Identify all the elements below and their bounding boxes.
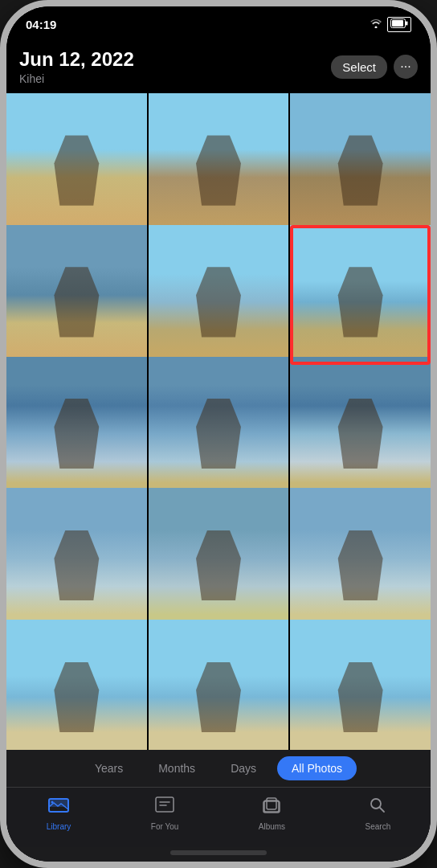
photo-cell-7[interactable] (6, 357, 147, 497)
photos-header: Jun 12, 2022 Kihei Select ··· (6, 42, 431, 93)
tab-library[interactable]: Library (47, 796, 71, 831)
wifi-icon (370, 18, 382, 31)
svg-point-10 (371, 799, 381, 809)
bottom-nav-area: Years Months Days All Photos (6, 750, 431, 862)
status-icons (370, 17, 411, 32)
tab-bar: Library For You (6, 787, 431, 847)
photo-cell-13[interactable] (6, 620, 147, 750)
date-title: Jun 12, 2022 (19, 48, 134, 71)
search-icon (367, 796, 388, 820)
status-time: 04:19 (26, 18, 56, 31)
filter-tab-bar: Years Months Days All Photos (6, 750, 431, 787)
photo-cell-11[interactable] (149, 488, 289, 628)
photo-cell-9[interactable] (290, 357, 431, 497)
svg-rect-1 (392, 20, 403, 27)
for-you-label: For You (151, 822, 178, 831)
filter-days[interactable]: Days (216, 756, 271, 780)
photo-cell-8[interactable] (149, 357, 289, 497)
photo-cell-5[interactable] (149, 225, 289, 366)
notch (170, 6, 267, 29)
tab-albums[interactable]: Albums (259, 796, 285, 831)
photo-cell-15[interactable] (290, 620, 431, 750)
header-date-location: Jun 12, 2022 Kihei (19, 48, 134, 85)
status-bar: 04:19 (6, 6, 431, 42)
photo-cell-12[interactable] (290, 488, 431, 628)
header-buttons: Select ··· (331, 55, 418, 79)
photo-cell-2[interactable] (149, 93, 289, 234)
tab-search[interactable]: Search (366, 796, 391, 831)
photo-cell-1[interactable] (6, 93, 147, 234)
location-title: Kihei (19, 72, 134, 85)
library-label: Library (47, 822, 71, 831)
search-label: Search (366, 822, 391, 831)
header-top: Jun 12, 2022 Kihei Select ··· (19, 48, 418, 85)
more-button[interactable]: ··· (394, 55, 418, 79)
battery-icon (387, 17, 411, 32)
phone-frame: 04:19 (0, 0, 437, 868)
red-highlight-border (290, 225, 431, 366)
phone-screen: 04:19 (6, 6, 431, 862)
svg-rect-9 (263, 801, 280, 813)
select-button[interactable]: Select (331, 55, 387, 79)
svg-rect-2 (406, 21, 408, 25)
filter-all-photos[interactable]: All Photos (277, 756, 357, 780)
svg-rect-8 (267, 798, 276, 809)
photo-cell-14[interactable] (149, 620, 289, 750)
home-indicator (170, 850, 267, 855)
photo-cell-6-highlighted[interactable] (290, 225, 431, 366)
albums-icon (261, 796, 282, 820)
svg-rect-6 (156, 797, 174, 812)
more-icon: ··· (400, 59, 410, 74)
tab-for-you[interactable]: For You (151, 796, 178, 831)
filter-months[interactable]: Months (144, 756, 210, 780)
photo-cell-4[interactable] (6, 225, 147, 366)
photo-cell-3[interactable] (290, 93, 431, 234)
photo-grid (6, 93, 431, 750)
albums-label: Albums (259, 822, 285, 831)
for-you-icon (154, 796, 175, 820)
library-icon (48, 796, 69, 820)
filter-years[interactable]: Years (80, 756, 137, 780)
photo-cell-10[interactable] (6, 488, 147, 628)
